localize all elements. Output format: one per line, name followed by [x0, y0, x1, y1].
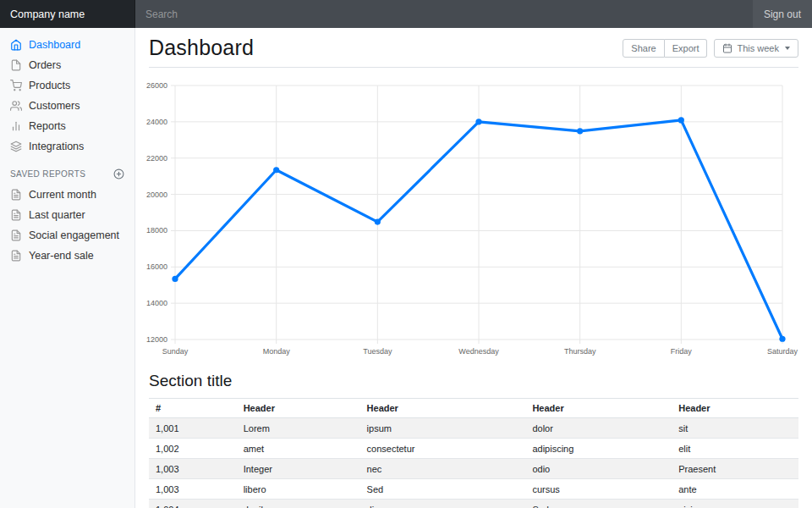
bar-chart-icon — [10, 120, 22, 132]
table-row: 1,001Loremipsumdolorsit — [149, 418, 798, 439]
sidebar-item-label: Current month — [29, 189, 96, 201]
table-cell: dapibus — [237, 500, 360, 508]
shopping-cart-icon — [10, 80, 22, 91]
layout: DashboardOrdersProductsCustomersReportsI… — [0, 28, 812, 508]
sidebar-item-customers[interactable]: Customers — [0, 96, 134, 116]
svg-text:12000: 12000 — [146, 335, 167, 344]
file-text-icon — [10, 250, 22, 262]
svg-text:Sunday: Sunday — [162, 347, 189, 356]
sidebar-item-label: Integrations — [29, 141, 84, 152]
saved-report-year-end-sale[interactable]: Year-end sale — [0, 246, 134, 266]
page-header: Dashboard Share Export This week — [149, 28, 798, 68]
table-cell: Sed — [360, 479, 526, 500]
sign-out-button[interactable]: Sign out — [753, 0, 812, 28]
svg-text:22000: 22000 — [146, 154, 167, 163]
table-cell: 1,004 — [149, 500, 237, 508]
table-cell: nec — [360, 459, 526, 479]
top-navbar: Company name Sign out — [0, 0, 812, 28]
table-cell: ipsum — [360, 418, 526, 439]
table-cell: nisi — [672, 500, 798, 508]
week-dropdown-button[interactable]: This week — [714, 39, 798, 58]
table-cell: Lorem — [237, 418, 360, 439]
svg-text:Tuesday: Tuesday — [363, 347, 392, 356]
svg-text:24000: 24000 — [146, 118, 167, 126]
table-cell: adipiscing — [525, 439, 672, 459]
table-cell: consectetur — [360, 439, 526, 459]
table-cell: dolor — [525, 418, 672, 439]
data-table: #HeaderHeaderHeaderHeader 1,001Loremipsu… — [149, 398, 798, 508]
section-title: Section title — [149, 372, 798, 390]
sidebar-nav-list: DashboardOrdersProductsCustomersReportsI… — [0, 35, 134, 157]
export-button[interactable]: Export — [665, 39, 708, 58]
svg-text:18000: 18000 — [146, 226, 167, 235]
table-cell: ante — [672, 479, 798, 500]
svg-text:Friday: Friday — [671, 347, 693, 356]
table-column-header: Header — [525, 399, 672, 418]
file-icon — [10, 59, 22, 71]
brand[interactable]: Company name — [0, 0, 135, 28]
table-cell: diam — [360, 500, 526, 508]
week-dropdown-label: This week — [737, 42, 779, 54]
svg-text:Wednesday: Wednesday — [458, 347, 499, 356]
users-icon — [10, 100, 22, 112]
table-cell: sit — [672, 418, 798, 439]
layers-icon — [10, 141, 22, 152]
table-cell: libero — [237, 479, 360, 500]
calendar-icon — [722, 43, 732, 53]
search-input[interactable] — [135, 0, 753, 28]
sidebar-item-orders[interactable]: Orders — [0, 55, 134, 75]
table-header-row: #HeaderHeaderHeaderHeader — [149, 399, 798, 418]
page-title: Dashboard — [149, 36, 254, 60]
sidebar-item-label: Products — [29, 80, 70, 91]
table-column-header: Header — [672, 399, 798, 418]
svg-text:Thursday: Thursday — [564, 347, 596, 356]
table-cell: 1,003 — [149, 459, 237, 479]
sidebar-item-dashboard[interactable]: Dashboard — [0, 35, 134, 55]
home-icon — [10, 39, 22, 51]
table-cell: elit — [672, 439, 798, 459]
svg-text:Saturday: Saturday — [767, 347, 798, 356]
sidebar-item-label: Social engagement — [29, 229, 119, 241]
sidebar-item-products[interactable]: Products — [0, 75, 134, 96]
saved-reports-heading: Saved reports — [0, 157, 134, 185]
share-export-group: Share Export — [623, 39, 707, 58]
file-text-icon — [10, 189, 22, 201]
table-row: 1,003IntegernecodioPraesent — [149, 459, 798, 479]
saved-report-social-engagement[interactable]: Social engagement — [0, 225, 134, 246]
sidebar-item-label: Last quarter — [29, 209, 85, 221]
chevron-down-icon — [785, 47, 790, 50]
share-button[interactable]: Share — [623, 39, 664, 58]
saved-reports-label: Saved reports — [10, 169, 85, 179]
saved-reports-list: Current monthLast quarterSocial engageme… — [0, 185, 134, 266]
svg-text:20000: 20000 — [146, 190, 167, 199]
svg-text:14000: 14000 — [146, 299, 167, 307]
plus-circle-icon[interactable] — [113, 168, 124, 179]
table-column-header: Header — [237, 399, 360, 418]
toolbar: Share Export This week — [623, 39, 798, 58]
sidebar-item-label: Customers — [29, 100, 80, 112]
table-row: 1,003liberoSedcursusante — [149, 479, 798, 500]
table-cell: odio — [525, 459, 672, 479]
table-cell: amet — [237, 439, 360, 459]
line-chart: 1200014000160001800020000220002400026000… — [149, 78, 798, 359]
file-text-icon — [10, 229, 22, 241]
sidebar-item-integrations[interactable]: Integrations — [0, 136, 134, 157]
saved-report-current-month[interactable]: Current month — [0, 185, 134, 205]
table-cell: cursus — [525, 479, 672, 500]
table-cell: 1,003 — [149, 479, 237, 500]
saved-report-last-quarter[interactable]: Last quarter — [0, 205, 134, 225]
svg-text:16000: 16000 — [146, 262, 167, 271]
sidebar-item-label: Dashboard — [29, 39, 80, 51]
sidebar-item-reports[interactable]: Reports — [0, 116, 134, 136]
table-row: 1,002ametconsecteturadipiscingelit — [149, 439, 798, 459]
table-row: 1,004dapibusdiamSednisi — [149, 500, 798, 508]
table-cell: Praesent — [672, 459, 798, 479]
table-column-header: Header — [360, 399, 526, 418]
sidebar: DashboardOrdersProductsCustomersReportsI… — [0, 28, 135, 508]
table-cell: Sed — [525, 500, 672, 508]
main-content: Dashboard Share Export This week 1200014… — [135, 28, 812, 508]
sidebar-item-label: Orders — [29, 59, 61, 71]
svg-text:Monday: Monday — [263, 347, 291, 356]
sidebar-item-label: Reports — [29, 120, 66, 132]
svg-text:26000: 26000 — [146, 81, 167, 90]
